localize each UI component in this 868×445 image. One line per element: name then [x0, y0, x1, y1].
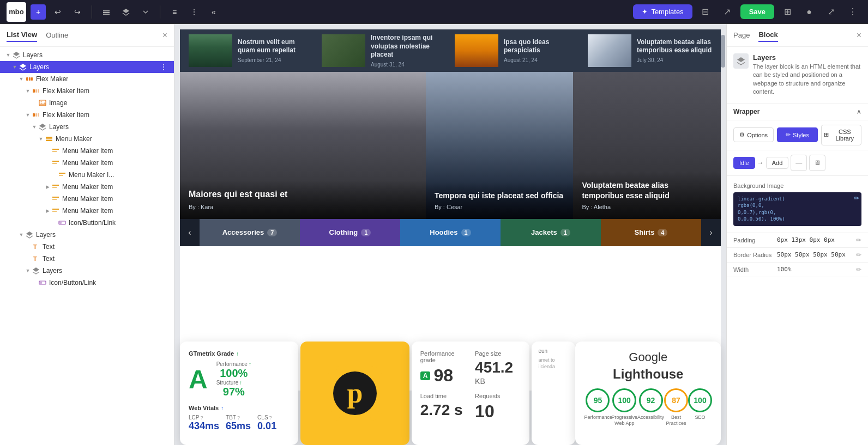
tree-item-mmi-4[interactable]: Menu Maker Item	[0, 193, 174, 205]
canvas-scrollbar[interactable]	[722, 29, 725, 338]
add-tab[interactable]: Add	[766, 157, 789, 169]
panel-close-button[interactable]: ×	[162, 31, 167, 40]
templates-button[interactable]: ✦ Templates	[633, 4, 692, 19]
tree-item-text-2[interactable]: T Text	[0, 253, 174, 265]
cat-hoodies[interactable]: Hoodies 1	[400, 219, 501, 246]
expand-icon[interactable]: ▶	[44, 183, 51, 191]
featured-overlay-1: Maiores qui est quasi et By : Kara	[180, 180, 426, 219]
more-options-button[interactable]: ⋮	[158, 63, 170, 71]
save-button[interactable]: Save	[740, 4, 774, 19]
tree-item-layers-root[interactable]: ▼ Layers	[0, 49, 174, 61]
dash-btn[interactable]: —	[791, 155, 807, 171]
cat-accessories[interactable]: Accessories 7	[200, 219, 300, 246]
resize-button[interactable]: ⊟	[697, 3, 714, 21]
tree-label: Layers	[23, 51, 43, 59]
lh-circle-performance: 95	[586, 388, 610, 412]
bg-image-edit-button[interactable]: ✏	[854, 194, 859, 202]
expand-icon[interactable]: ▼	[17, 75, 25, 83]
tab-block[interactable]: Block	[758, 28, 777, 42]
tree-item-mmi-3[interactable]: ▶ Menu Maker Item	[0, 181, 174, 193]
featured-overlay-2: Tempora qui iste placeat sed officia By …	[426, 182, 574, 219]
redo-button[interactable]: ↪	[70, 4, 85, 20]
extend-button[interactable]: ⤢	[822, 3, 840, 21]
bg-image-section: Background Image linear-gradient(rgba(0,…	[727, 176, 868, 233]
tree-item-mmi-2[interactable]: Menu Maker Item	[0, 157, 174, 169]
text-icon: T	[32, 254, 40, 263]
lh-score-seo: 100 SEO	[688, 388, 712, 426]
tree-label: Layers	[36, 231, 56, 239]
tree-item-layers-2[interactable]: ▼ Layers	[0, 121, 174, 133]
tree-item-fmi-1[interactable]: ▼ Flex Maker Item	[0, 85, 174, 97]
expand-icon[interactable]: ▼	[4, 51, 12, 59]
cat-jackets-label: Jackets	[531, 228, 557, 236]
tree-label: Menu Maker Item	[62, 195, 113, 203]
menu-button[interactable]: ≡	[167, 4, 182, 20]
idle-tab[interactable]: Idle	[733, 157, 755, 169]
tree-label: Text	[43, 255, 55, 263]
css-library-tab[interactable]: ⊞ CSS Library	[821, 125, 861, 145]
border-radius-edit-button[interactable]: ✏	[856, 251, 861, 259]
right-panel-close[interactable]: ×	[857, 31, 861, 40]
tree-item-menu-maker[interactable]: ▼ Menu Maker	[0, 133, 174, 145]
svg-rect-18	[52, 151, 57, 152]
wrapper-header[interactable]: Wrapper ∧	[727, 103, 868, 120]
options-tab[interactable]: ⚙ Options	[733, 127, 774, 142]
overflow-button[interactable]: ⋮	[844, 3, 861, 21]
monitor-btn[interactable]: 🖥	[809, 155, 825, 171]
tree-item-fmi-2[interactable]: ▼ Flex Maker Item	[0, 109, 174, 121]
vitals-row: LCP ? 434ms TBT ? 65ms CLS ? 0.01	[189, 414, 290, 432]
next-category-button[interactable]: ›	[701, 219, 721, 246]
tree-label: Icon/Button/Link	[69, 219, 116, 227]
user-button[interactable]: ●	[800, 3, 818, 21]
expand-icon[interactable]: ▼	[37, 135, 45, 143]
expand-placeholder	[50, 219, 58, 227]
cat-jackets[interactable]: Jackets 1	[501, 219, 601, 246]
prev-category-button[interactable]: ‹	[180, 219, 200, 246]
collapse-button[interactable]: «	[206, 4, 221, 20]
tab-page[interactable]: Page	[733, 29, 750, 41]
pushup-card: p	[300, 342, 409, 445]
cat-jackets-count: 1	[560, 229, 570, 236]
tab-outline[interactable]: Outline	[46, 29, 68, 41]
cat-clothing[interactable]: Clothing 1	[300, 219, 400, 246]
featured-post-2: Tempora qui iste placeat sed officia By …	[426, 72, 574, 219]
cat-accessories-count: 7	[267, 229, 277, 236]
tree-item-icon-btn-1[interactable]: Icon/Button/Link	[0, 217, 174, 229]
tree-item-mmi-5[interactable]: ▶ Menu Maker Item	[0, 205, 174, 217]
right-panel: Page Block × Layers The layer block is a…	[726, 24, 868, 445]
layer-icon-svg	[737, 57, 745, 65]
expand-button[interactable]	[138, 4, 153, 20]
lh-label-performance: Performance	[584, 414, 611, 420]
tree-item-icon-btn-2[interactable]: Icon/Button/Link	[0, 277, 174, 289]
tree-item-mmi-1[interactable]: Menu Maker Item	[0, 145, 174, 157]
expand-icon[interactable]: ▶	[44, 207, 51, 215]
expand-icon[interactable]: ▼	[24, 87, 32, 95]
tree-item-layers-selected[interactable]: ▼ Layers ⋮	[0, 61, 174, 73]
tree-item-layers-4[interactable]: ▼ Layers	[0, 265, 174, 277]
width-edit-button[interactable]: ✏	[856, 266, 861, 273]
tree-item-flex-maker[interactable]: ▼ Flex Maker	[0, 73, 174, 85]
padding-edit-button[interactable]: ✏	[856, 236, 861, 244]
perf-loadtime-section: Load time 2.72 s	[420, 393, 466, 422]
add-button[interactable]: +	[31, 4, 46, 20]
expand-icon[interactable]: ▼	[24, 267, 32, 275]
expand-icon[interactable]: ▼	[31, 123, 38, 131]
undo-button[interactable]: ↩	[50, 4, 65, 20]
svg-rect-27	[52, 209, 59, 210]
layers2-button[interactable]	[118, 4, 134, 20]
share-button[interactable]: ↗	[719, 3, 736, 21]
layers-button[interactable]	[99, 4, 114, 20]
tree-item-text-1[interactable]: T Text	[0, 241, 174, 253]
state-arrow-icon: →	[757, 159, 764, 167]
tree-item-image[interactable]: Image	[0, 97, 174, 109]
expand-icon[interactable]: ▼	[17, 231, 25, 239]
more-button[interactable]: ⋮	[186, 4, 202, 20]
styles-tab[interactable]: ✏ Styles	[777, 127, 817, 142]
tree-item-layers-3[interactable]: ▼ Layers	[0, 229, 174, 241]
expand-icon[interactable]: ▼	[11, 63, 19, 71]
tab-listview[interactable]: List View	[7, 28, 37, 42]
tree-item-mmi-l[interactable]: Menu Maker I...	[0, 169, 174, 181]
grid-button[interactable]: ⊞	[779, 3, 796, 21]
cat-shirts[interactable]: Shirts 4	[601, 219, 701, 246]
expand-icon[interactable]: ▼	[24, 111, 32, 119]
